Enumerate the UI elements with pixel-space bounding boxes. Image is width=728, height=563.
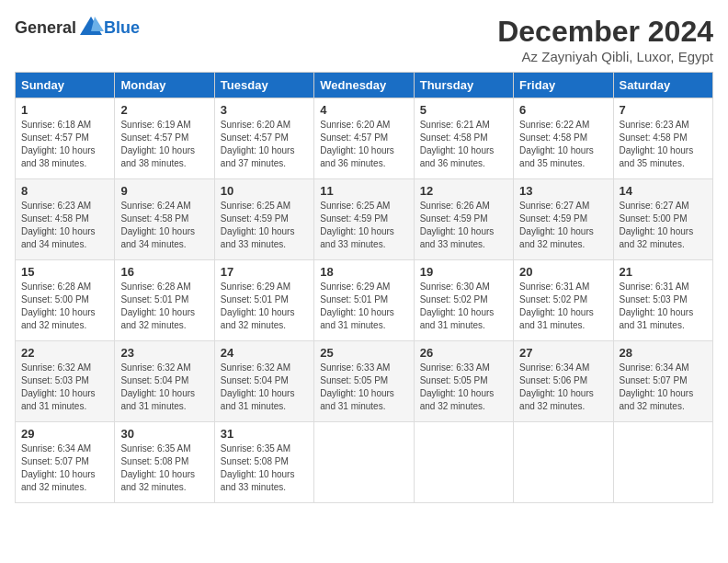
calendar-day-cell: 4Sunrise: 6:20 AMSunset: 4:57 PMDaylight… [314,98,414,179]
calendar-week-row: 15Sunrise: 6:28 AMSunset: 5:00 PMDayligh… [16,260,713,341]
day-number: 27 [519,346,607,360]
day-number: 10 [221,184,308,198]
day-detail: Sunrise: 6:25 AMSunset: 4:59 PMDaylight:… [221,200,308,251]
calendar-day-cell: 2Sunrise: 6:19 AMSunset: 4:57 PMDaylight… [115,98,214,179]
day-detail: Sunrise: 6:30 AMSunset: 5:02 PMDaylight:… [420,281,507,332]
logo: General Blue [15,15,140,40]
calendar-day-cell: 8Sunrise: 6:23 AMSunset: 4:58 PMDaylight… [16,179,115,260]
calendar-table: SundayMondayTuesdayWednesdayThursdayFrid… [15,72,713,503]
weekday-header-cell: Sunday [16,73,115,98]
calendar-day-cell [414,422,513,503]
calendar-day-cell: 9Sunrise: 6:24 AMSunset: 4:58 PMDaylight… [115,179,214,260]
day-detail: Sunrise: 6:28 AMSunset: 5:01 PMDaylight:… [120,281,208,332]
day-number: 4 [320,103,407,117]
day-detail: Sunrise: 6:23 AMSunset: 4:58 PMDaylight:… [21,200,108,251]
day-number: 18 [320,265,407,279]
calendar-day-cell: 6Sunrise: 6:22 AMSunset: 4:58 PMDaylight… [514,98,613,179]
calendar-day-cell: 20Sunrise: 6:31 AMSunset: 5:02 PMDayligh… [514,260,613,341]
day-detail: Sunrise: 6:25 AMSunset: 4:59 PMDaylight:… [320,200,407,251]
calendar-day-cell: 5Sunrise: 6:21 AMSunset: 4:58 PMDaylight… [414,98,513,179]
day-number: 24 [221,346,308,360]
weekday-header-cell: Monday [115,73,214,98]
day-detail: Sunrise: 6:22 AMSunset: 4:58 PMDaylight:… [519,119,607,170]
calendar-day-cell [613,422,712,503]
day-number: 11 [320,184,407,198]
day-number: 8 [21,184,108,198]
day-detail: Sunrise: 6:23 AMSunset: 4:58 PMDaylight:… [620,119,707,170]
calendar-day-cell: 11Sunrise: 6:25 AMSunset: 4:59 PMDayligh… [314,179,414,260]
day-number: 21 [620,265,707,279]
day-detail: Sunrise: 6:34 AMSunset: 5:07 PMDaylight:… [21,442,108,494]
day-number: 16 [120,265,208,279]
day-detail: Sunrise: 6:32 AMSunset: 5:04 PMDaylight:… [221,362,308,413]
day-detail: Sunrise: 6:18 AMSunset: 4:57 PMDaylight:… [21,119,108,170]
calendar-day-cell [314,422,414,503]
calendar-day-cell: 28Sunrise: 6:34 AMSunset: 5:07 PMDayligh… [613,341,712,422]
day-detail: Sunrise: 6:21 AMSunset: 4:58 PMDaylight:… [420,119,507,170]
weekday-header-cell: Wednesday [314,73,414,98]
calendar-day-cell: 30Sunrise: 6:35 AMSunset: 5:08 PMDayligh… [115,422,214,503]
day-detail: Sunrise: 6:35 AMSunset: 5:08 PMDaylight:… [120,442,208,494]
calendar-day-cell: 29Sunrise: 6:34 AMSunset: 5:07 PMDayligh… [16,422,115,503]
day-number: 23 [120,346,208,360]
calendar-week-row: 22Sunrise: 6:32 AMSunset: 5:03 PMDayligh… [16,341,713,422]
calendar-day-cell: 19Sunrise: 6:30 AMSunset: 5:02 PMDayligh… [414,260,513,341]
day-number: 20 [519,265,607,279]
calendar-day-cell: 15Sunrise: 6:28 AMSunset: 5:00 PMDayligh… [16,260,115,341]
day-detail: Sunrise: 6:33 AMSunset: 5:05 PMDaylight:… [420,362,507,413]
day-number: 6 [519,103,607,117]
weekday-header-row: SundayMondayTuesdayWednesdayThursdayFrid… [16,73,713,98]
page-container: General Blue December 2024 Az Zayniyah Q… [15,15,713,503]
calendar-day-cell: 7Sunrise: 6:23 AMSunset: 4:58 PMDaylight… [613,98,712,179]
weekday-header-cell: Tuesday [214,73,313,98]
day-number: 22 [21,346,108,360]
weekday-header-cell: Saturday [613,73,712,98]
calendar-day-cell: 22Sunrise: 6:32 AMSunset: 5:03 PMDayligh… [16,341,115,422]
day-detail: Sunrise: 6:28 AMSunset: 5:00 PMDaylight:… [21,281,108,332]
calendar-day-cell: 16Sunrise: 6:28 AMSunset: 5:01 PMDayligh… [115,260,214,341]
day-detail: Sunrise: 6:24 AMSunset: 4:58 PMDaylight:… [120,200,208,251]
calendar-day-cell: 25Sunrise: 6:33 AMSunset: 5:05 PMDayligh… [314,341,414,422]
day-number: 30 [120,427,208,441]
day-detail: Sunrise: 6:32 AMSunset: 5:03 PMDaylight:… [21,362,108,413]
day-number: 14 [620,184,707,198]
day-number: 5 [420,103,507,117]
day-number: 1 [21,103,108,117]
logo-icon [78,15,104,40]
day-detail: Sunrise: 6:34 AMSunset: 5:06 PMDaylight:… [519,362,607,413]
day-number: 19 [420,265,507,279]
svg-marker-1 [91,17,104,31]
day-detail: Sunrise: 6:20 AMSunset: 4:57 PMDaylight:… [221,119,308,170]
calendar-day-cell: 31Sunrise: 6:35 AMSunset: 5:08 PMDayligh… [214,422,313,503]
calendar-day-cell: 23Sunrise: 6:32 AMSunset: 5:04 PMDayligh… [115,341,214,422]
day-number: 15 [21,265,108,279]
main-title: December 2024 [497,15,713,49]
day-detail: Sunrise: 6:26 AMSunset: 4:59 PMDaylight:… [420,200,507,251]
day-detail: Sunrise: 6:19 AMSunset: 4:57 PMDaylight:… [120,119,208,170]
day-number: 2 [120,103,208,117]
day-number: 9 [120,184,208,198]
calendar-week-row: 29Sunrise: 6:34 AMSunset: 5:07 PMDayligh… [16,422,713,503]
day-number: 28 [620,346,707,360]
header: General Blue December 2024 Az Zayniyah Q… [15,15,713,64]
day-number: 17 [221,265,308,279]
day-number: 3 [221,103,308,117]
day-detail: Sunrise: 6:35 AMSunset: 5:08 PMDaylight:… [221,442,308,494]
calendar-day-cell: 26Sunrise: 6:33 AMSunset: 5:05 PMDayligh… [414,341,513,422]
calendar-day-cell: 14Sunrise: 6:27 AMSunset: 5:00 PMDayligh… [613,179,712,260]
calendar-day-cell: 24Sunrise: 6:32 AMSunset: 5:04 PMDayligh… [214,341,313,422]
calendar-day-cell: 18Sunrise: 6:29 AMSunset: 5:01 PMDayligh… [314,260,414,341]
day-detail: Sunrise: 6:31 AMSunset: 5:02 PMDaylight:… [519,281,607,332]
day-number: 25 [320,346,407,360]
day-detail: Sunrise: 6:33 AMSunset: 5:05 PMDaylight:… [320,362,407,413]
calendar-day-cell [514,422,613,503]
calendar-day-cell: 10Sunrise: 6:25 AMSunset: 4:59 PMDayligh… [214,179,313,260]
day-number: 7 [620,103,707,117]
calendar-body: 1Sunrise: 6:18 AMSunset: 4:57 PMDaylight… [16,98,713,503]
day-detail: Sunrise: 6:29 AMSunset: 5:01 PMDaylight:… [320,281,407,332]
calendar-day-cell: 27Sunrise: 6:34 AMSunset: 5:06 PMDayligh… [514,341,613,422]
subtitle: Az Zayniyah Qibli, Luxor, Egypt [497,49,713,64]
day-number: 12 [420,184,507,198]
weekday-header-cell: Thursday [414,73,513,98]
day-detail: Sunrise: 6:20 AMSunset: 4:57 PMDaylight:… [320,119,407,170]
